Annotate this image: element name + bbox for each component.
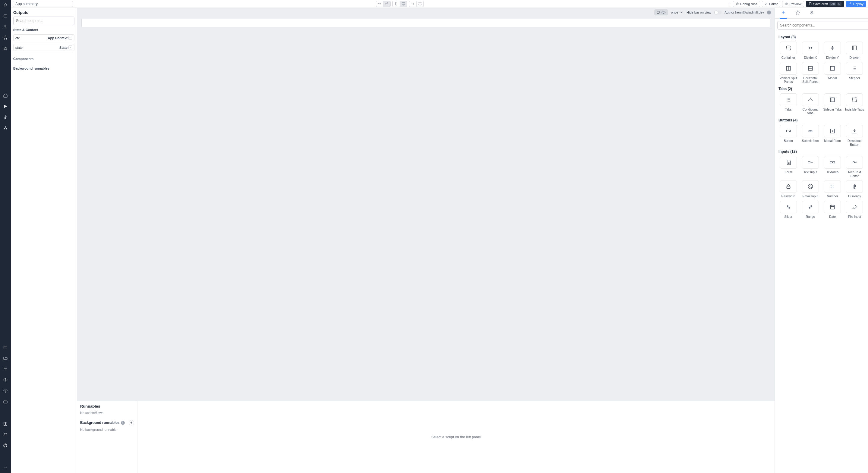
save-draft-button[interactable]: Save draftCtrlS <box>806 1 844 7</box>
more-menu-button[interactable] <box>727 2 731 6</box>
run-count: (0) <box>661 10 665 14</box>
redo-button[interactable] <box>383 1 391 7</box>
add-component-tab[interactable] <box>780 7 787 19</box>
svg-point-1 <box>4 25 6 27</box>
star-icon[interactable] <box>3 35 8 40</box>
outputs-search-input[interactable] <box>13 17 74 25</box>
play-icon[interactable] <box>3 104 8 109</box>
run-mode-select[interactable]: once <box>671 10 684 14</box>
logo-icon[interactable] <box>3 2 8 8</box>
component-sidebar-tabs[interactable]: Sidebar Tabs <box>823 93 842 115</box>
home-icon[interactable] <box>3 93 8 98</box>
deploy-button[interactable]: Deploy <box>846 1 866 7</box>
component-currency[interactable]: Currency <box>845 180 864 198</box>
chevron-down-icon[interactable] <box>68 45 72 50</box>
component-textarea[interactable]: Textarea <box>823 156 842 178</box>
component-submit-form[interactable]: Submit form <box>801 125 820 147</box>
component-stepper[interactable]: Stepper <box>845 62 864 84</box>
folder-icon[interactable] <box>3 355 8 361</box>
component-date[interactable]: Date <box>823 201 842 219</box>
svg-point-8 <box>4 368 5 369</box>
component-invisible-tabs[interactable]: Invisible Tabs <box>845 93 864 115</box>
fullscreen-button[interactable] <box>416 1 424 7</box>
preview-button[interactable]: Preview <box>782 1 804 7</box>
dollar-icon[interactable] <box>3 115 8 120</box>
component-icon <box>846 62 863 75</box>
fit-width-button[interactable] <box>409 1 416 7</box>
info-icon[interactable]: i <box>767 10 771 14</box>
mode-label: once <box>671 10 678 14</box>
eye-icon[interactable] <box>3 377 8 383</box>
svg-point-3 <box>6 47 7 48</box>
mobile-view-button[interactable] <box>393 1 400 7</box>
hide-bar-toggle[interactable] <box>714 10 721 14</box>
settings-tab[interactable] <box>809 8 816 19</box>
ctx-row[interactable]: ctx App Context <box>13 34 74 41</box>
component-range[interactable]: Range <box>801 201 820 219</box>
state-row[interactable]: state State <box>13 44 74 51</box>
canvas-dropzone[interactable] <box>82 19 770 27</box>
team-icon[interactable] <box>3 46 8 51</box>
component-number[interactable]: Number <box>823 180 842 198</box>
expand-icon[interactable] <box>3 465 8 471</box>
desktop-view-button[interactable] <box>400 1 407 7</box>
component-modal-form[interactable]: Modal Form <box>823 125 842 147</box>
component-divider-x[interactable]: Divider X <box>801 41 820 60</box>
component-file-input[interactable]: File Input <box>845 201 864 219</box>
component-divider-y[interactable]: Divider Y <box>823 41 842 60</box>
component-download-button[interactable]: Download Button <box>845 125 864 147</box>
component-rich-text-editor[interactable]: Rich Text Editor <box>845 156 864 178</box>
svg-point-21 <box>786 3 787 4</box>
svg-rect-23 <box>786 46 790 50</box>
discord-icon[interactable] <box>3 432 8 437</box>
group-icon[interactable] <box>3 366 8 372</box>
component-email-input[interactable]: Email Input <box>801 180 820 198</box>
info-icon[interactable]: i <box>121 421 125 425</box>
component-modal[interactable]: Modal <box>823 62 842 84</box>
bg-runnables-label: Background runnables <box>80 420 120 425</box>
component-drawer[interactable]: Drawer <box>845 41 864 60</box>
component-label: Modal <box>828 76 837 80</box>
book-icon[interactable] <box>3 421 8 427</box>
briefcase-icon[interactable] <box>3 399 8 404</box>
component-slider[interactable]: Slider <box>778 201 798 219</box>
component-search-input[interactable] <box>777 21 868 30</box>
workspace-icon[interactable] <box>3 13 8 19</box>
add-bg-runnable-button[interactable]: + <box>129 420 134 425</box>
package-icon[interactable] <box>3 345 8 350</box>
component-icon <box>802 62 819 75</box>
component-password[interactable]: Password <box>778 180 798 198</box>
component-container[interactable]: Container <box>778 41 798 60</box>
component-vertical-split-panes[interactable]: Vertical Split Panes <box>778 62 798 84</box>
undo-button[interactable] <box>376 1 383 7</box>
component-conditional-tabs[interactable]: Conditional tabs <box>801 93 820 115</box>
component-label: Download Button <box>845 139 864 147</box>
component-form[interactable]: Form <box>778 156 798 178</box>
buttons-cat-header: Buttons (4) <box>778 118 864 122</box>
component-icon <box>824 180 841 193</box>
component-label: Textarea <box>827 170 838 174</box>
github-icon[interactable] <box>3 443 8 448</box>
svg-rect-24 <box>852 46 857 50</box>
component-label: Modal Form <box>824 139 841 143</box>
styles-tab[interactable] <box>794 8 801 19</box>
runnables-placeholder: Select a script on the left panel <box>137 401 775 473</box>
debug-runs-button[interactable]: Debug runs <box>733 1 760 7</box>
app-title-input[interactable] <box>13 1 73 7</box>
component-label: Divider Y <box>826 56 839 60</box>
component-button[interactable]: Button <box>778 125 798 147</box>
component-label: Container <box>781 56 795 60</box>
component-horizontal-split-panes[interactable]: Horizontal Split Panes <box>801 62 820 84</box>
canvas[interactable] <box>77 17 775 401</box>
run-chip[interactable]: (0) <box>654 9 668 15</box>
user-icon[interactable] <box>3 24 8 30</box>
gear-icon[interactable] <box>3 388 8 393</box>
chevron-down-icon[interactable] <box>68 36 72 40</box>
component-text-input[interactable]: Text Input <box>801 156 820 178</box>
cluster-icon[interactable] <box>3 125 8 131</box>
component-icon <box>824 93 841 106</box>
ctx-tag: App Context <box>48 36 67 40</box>
deploy-label: Deploy <box>853 2 864 6</box>
editor-button[interactable]: Editor <box>762 1 781 7</box>
component-tabs[interactable]: Tabs <box>778 93 798 115</box>
